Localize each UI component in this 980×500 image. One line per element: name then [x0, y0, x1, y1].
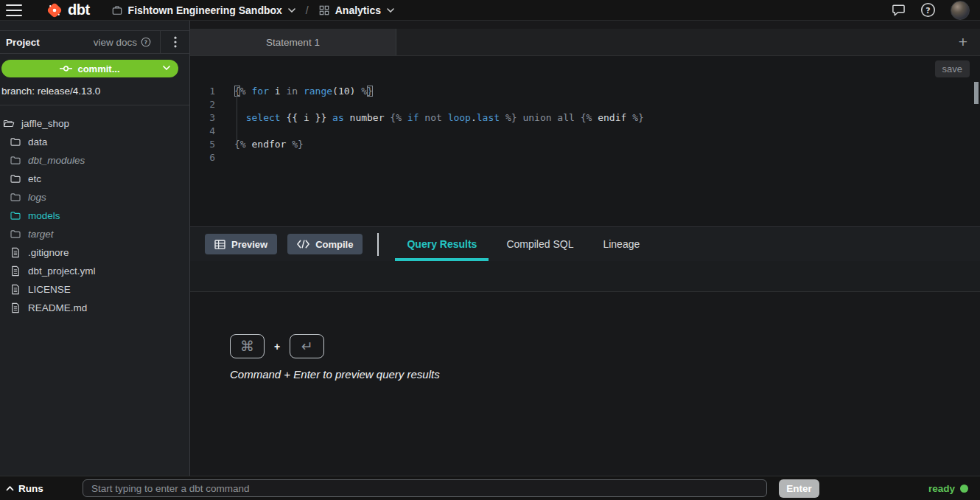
tree-item-label: dbt_project.yml	[28, 265, 96, 277]
results-tab-compiled-sql[interactable]: Compiled SQL	[494, 227, 585, 261]
code-line-5[interactable]: 5{% endfor %}	[190, 138, 980, 151]
chevron-down-icon	[163, 66, 170, 70]
git-commit-icon	[60, 65, 72, 72]
tree-item-etc[interactable]: etc	[0, 170, 189, 188]
tree-item-logs[interactable]: logs	[0, 188, 189, 206]
svg-text:?: ?	[144, 39, 147, 46]
commit-button[interactable]: commit...	[1, 60, 178, 77]
tree-item-dbt_project.yml[interactable]: dbt_project.yml	[0, 262, 189, 280]
code-text: {% for i in range(10) %}	[215, 85, 373, 98]
code-line-1[interactable]: 1{% for i in range(10) %}	[190, 85, 980, 98]
table-icon	[214, 240, 225, 249]
project-sidebar: Project view docs ?	[0, 21, 190, 476]
status-text: ready	[928, 483, 955, 494]
sidebar-header: Project view docs ?	[0, 30, 189, 54]
branch-label: branch: release/4.13.0	[0, 77, 189, 97]
editor-scrollbar[interactable]	[974, 82, 979, 104]
new-tab-button[interactable]: +	[946, 29, 980, 55]
line-number: 5	[190, 138, 215, 151]
code-line-3[interactable]: 3 select {{ i }} as number {% if not loo…	[190, 111, 980, 125]
docs-help-icon: ?	[141, 37, 151, 47]
user-avatar[interactable]	[951, 1, 970, 20]
editor-toolbar: save	[190, 56, 980, 81]
tree-item-LICENSE[interactable]: LICENSE	[0, 280, 189, 299]
status-indicator: ready	[928, 483, 968, 494]
runs-toggle[interactable]: Runs	[6, 483, 83, 494]
code-editor[interactable]: 1{% for i in range(10) %}23 select {{ i …	[190, 81, 980, 226]
tree-item-data[interactable]: data	[0, 133, 189, 151]
tree-item-label: target	[28, 229, 54, 240]
folder-icon	[10, 173, 21, 184]
main-area: Project view docs ?	[0, 21, 980, 476]
view-docs-link[interactable]: view docs ?	[94, 37, 160, 48]
commit-row: commit...	[0, 54, 189, 77]
tree-item-dbt_modules[interactable]: dbt_modules	[0, 151, 189, 170]
indent-guide	[237, 92, 237, 141]
file-tree: jaffle_shopdatadbt_modulesetclogsmodelst…	[0, 105, 189, 317]
preview-button[interactable]: Preview	[205, 234, 277, 254]
grid-icon	[319, 5, 329, 15]
help-icon[interactable]: ?	[920, 2, 936, 18]
results-tabs: Query ResultsCompiled SQLLineage	[395, 227, 657, 261]
code-text: select {{ i }} as number {% if not loop.…	[215, 111, 644, 125]
header-divider	[377, 233, 379, 256]
tree-item-label: jaffle_shop	[21, 118, 69, 129]
tree-item-README.md[interactable]: README.md	[0, 299, 189, 317]
code-line-6[interactable]: 6	[190, 151, 980, 164]
line-number: 2	[190, 98, 215, 111]
enter-key-icon: ↵	[290, 334, 324, 358]
tree-item-target[interactable]: target	[0, 225, 189, 243]
tree-item-models[interactable]: models	[0, 206, 189, 225]
enter-button[interactable]: Enter	[779, 479, 819, 498]
chat-icon[interactable]	[892, 3, 906, 17]
folder-icon	[10, 210, 21, 221]
code-icon	[297, 240, 309, 249]
chevron-down-icon	[288, 8, 295, 13]
commit-label: commit...	[77, 63, 119, 74]
results-tab-query-results[interactable]: Query Results	[395, 227, 489, 261]
tree-item-label: etc	[28, 173, 41, 184]
compile-button[interactable]: Compile	[287, 234, 363, 254]
tree-item-label: data	[28, 136, 47, 147]
briefcase-icon	[112, 5, 122, 15]
code-line-4[interactable]: 4	[190, 125, 980, 138]
menu-icon[interactable]	[6, 4, 24, 16]
save-button[interactable]: save	[935, 60, 970, 77]
file-icon	[10, 247, 21, 258]
tree-item-label: dbt_modules	[28, 155, 85, 166]
results-tab-lineage[interactable]: Lineage	[591, 227, 651, 261]
line-number: 4	[190, 125, 215, 138]
code-text	[215, 151, 234, 164]
empty-state-hint: Command + Enter to preview query results	[230, 368, 980, 381]
account-name: Fishtown Engineering Sandbox	[128, 4, 282, 16]
dbt-command-input[interactable]	[83, 479, 767, 497]
tree-item-label: models	[28, 210, 60, 221]
status-dot	[960, 485, 968, 493]
code-line-2[interactable]: 2	[190, 98, 980, 111]
sidebar-menu-button[interactable]	[160, 31, 189, 53]
svg-text:?: ?	[925, 6, 930, 15]
kebab-icon	[174, 36, 177, 48]
project-name: Analytics	[335, 4, 381, 16]
top-bar: dbt Fishtown Engineering Sandbox / Analy…	[0, 0, 980, 21]
editor-tab-statement-1[interactable]: Statement 1	[190, 29, 396, 55]
results-substrip	[190, 261, 980, 292]
code-text: {% endfor %}	[215, 138, 304, 151]
folder-icon	[10, 136, 21, 147]
tree-item-.gitignore[interactable]: .gitignore	[0, 243, 189, 262]
editor-tabstrip: Statement 1 +	[190, 21, 980, 56]
folder-icon	[10, 229, 21, 240]
command-key-icon: ⌘	[230, 334, 265, 358]
account-switcher[interactable]: Fishtown Engineering Sandbox	[112, 4, 295, 16]
editor-panel: Statement 1 + save 1{% for i in range(10…	[190, 21, 980, 476]
tree-item-jaffle_shop[interactable]: jaffle_shop	[0, 114, 189, 133]
topbar-actions: ?	[892, 1, 970, 20]
dbt-logo-icon	[46, 1, 63, 19]
file-icon	[10, 302, 21, 313]
breadcrumb-separator: /	[306, 4, 309, 16]
project-switcher[interactable]: Analytics	[319, 4, 394, 16]
results-header: Preview Compile Query ResultsCompiled SQ…	[190, 226, 980, 261]
plus-text: +	[274, 341, 280, 353]
file-icon	[10, 284, 21, 295]
tree-item-label: logs	[28, 192, 46, 203]
